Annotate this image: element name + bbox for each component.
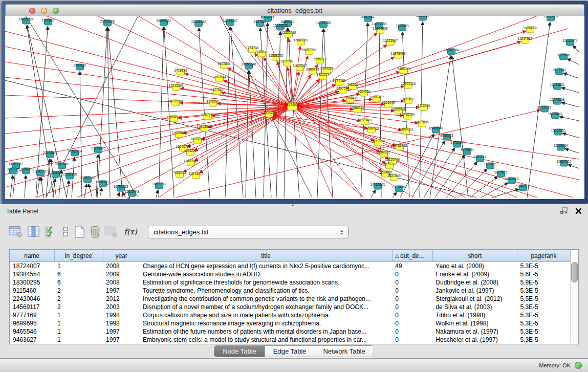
graph-edge[interactable] xyxy=(159,27,164,198)
graph-edge[interactable] xyxy=(481,183,508,198)
table-row[interactable]: 1830029562008Estimation of significance … xyxy=(10,278,571,287)
cell-year[interactable]: 1997 xyxy=(103,287,140,295)
graph-edge[interactable] xyxy=(13,170,15,198)
cell-name[interactable]: 19384554 xyxy=(10,270,54,278)
table-row[interactable]: 911546021997Tourette syndrome. Phenomeno… xyxy=(10,287,571,295)
cell-in_degree[interactable]: 1 xyxy=(54,327,103,336)
cell-year[interactable]: 1997 xyxy=(103,336,140,344)
cell-in_degree[interactable]: 2 xyxy=(54,287,103,295)
cell-in_degree[interactable]: 6 xyxy=(54,278,103,287)
table-row[interactable]: 977716911998Corpus callosum shape and si… xyxy=(10,311,571,319)
graph-edge[interactable] xyxy=(25,176,26,198)
cell-title[interactable]: Estimation of the future numbers of pati… xyxy=(140,327,392,336)
graph-edge[interactable] xyxy=(89,184,92,198)
graph-edge[interactable] xyxy=(97,28,107,198)
cell-name[interactable]: 18300295 xyxy=(10,278,54,287)
graph-edge[interactable] xyxy=(292,47,300,106)
cell-out_degree[interactable]: 0 xyxy=(392,303,432,311)
cell-in_degree[interactable]: 6 xyxy=(54,270,103,278)
table-row[interactable]: 1456911722003Disruption of a novel membe… xyxy=(10,303,571,311)
graph-edge[interactable] xyxy=(41,178,43,198)
graph-edge[interactable] xyxy=(412,141,445,198)
select-columns-button[interactable] xyxy=(43,224,58,240)
column-header-title[interactable]: title xyxy=(140,250,392,262)
tab-network-table[interactable]: Network Table xyxy=(315,346,374,357)
graph-edge[interactable] xyxy=(289,39,292,106)
table-row[interactable]: 946554611997Estimation of the future num… xyxy=(10,327,571,336)
graph-edge[interactable] xyxy=(100,188,102,198)
graph-edge[interactable] xyxy=(560,117,579,121)
cell-title[interactable]: Disruption of a novel member of a sodium… xyxy=(140,303,392,311)
graph-edge[interactable] xyxy=(317,29,323,198)
graph-edge[interactable] xyxy=(284,28,288,198)
column-header-pagerank[interactable]: pagerank xyxy=(517,250,570,262)
graph-edge[interactable] xyxy=(277,62,292,106)
cell-out_degree[interactable]: 0 xyxy=(392,327,432,336)
cell-name[interactable]: 9115460 xyxy=(10,287,54,295)
network-window-titlebar[interactable]: citations_edges.txt xyxy=(5,4,584,16)
table-row[interactable]: 946362711997Embryonic stem cells: a mode… xyxy=(10,336,571,344)
cell-in_degree[interactable]: 2 xyxy=(54,303,103,311)
cell-year[interactable]: 2009 xyxy=(103,270,140,278)
cell-year[interactable]: 2008 xyxy=(103,262,140,271)
new-column-button[interactable] xyxy=(72,224,87,240)
cell-pagerank[interactable]: 5.3E-5 xyxy=(517,311,570,319)
cell-name[interactable]: 9463627 xyxy=(10,336,54,344)
cell-pagerank[interactable]: 5.5E-5 xyxy=(517,295,570,303)
cell-short[interactable]: Wolkin et al. (1998) xyxy=(432,319,517,327)
graph-edge[interactable] xyxy=(5,106,292,187)
graph-edge[interactable] xyxy=(10,176,13,198)
graph-edge[interactable] xyxy=(452,56,468,198)
cell-short[interactable]: Dudbridge et al. (2008) xyxy=(432,278,517,287)
function-builder-button[interactable]: f(x) xyxy=(123,224,138,240)
graph-edge[interactable] xyxy=(67,181,69,198)
graph-edge[interactable] xyxy=(458,169,487,198)
table-row[interactable]: 2242004622012Investigating the contribut… xyxy=(10,295,571,303)
network-window[interactable]: citations_edges.txt 16154808122139671097… xyxy=(2,1,588,204)
graph-edge[interactable] xyxy=(565,149,579,153)
graph-edge[interactable] xyxy=(569,165,579,168)
graph-edge[interactable] xyxy=(84,184,86,198)
cell-year[interactable]: 2003 xyxy=(103,303,140,311)
graph-edge[interactable] xyxy=(446,162,477,198)
cell-title[interactable]: Corpus callosum shape and size in male p… xyxy=(140,311,392,319)
column-header-short[interactable]: short xyxy=(432,250,517,262)
cell-title[interactable]: Tourette syndrome. Phenomenology and cla… xyxy=(140,287,392,295)
cell-in_degree[interactable]: 1 xyxy=(54,336,103,344)
cell-in_degree[interactable]: 1 xyxy=(54,311,103,319)
cell-in_degree[interactable]: 1 xyxy=(54,319,103,327)
cell-title[interactable]: Investigating the contribution of common… xyxy=(140,295,392,303)
graph-edge[interactable] xyxy=(564,73,579,78)
cell-short[interactable]: Franke et al. (2009) xyxy=(432,270,517,278)
cell-short[interactable]: Nakamura et al. (1997) xyxy=(432,327,517,336)
graph-edge[interactable] xyxy=(568,59,579,64)
tab-edge-table[interactable]: Edge Table xyxy=(265,346,315,357)
cell-short[interactable]: de Silva et al. (2003) xyxy=(432,303,517,311)
cell-out_degree[interactable]: 0 xyxy=(392,336,432,344)
graph-edge[interactable] xyxy=(5,106,292,149)
table-vertical-scrollbar[interactable] xyxy=(570,261,578,343)
cell-out_degree[interactable]: 0 xyxy=(392,319,432,327)
table-row[interactable]: 1938455462009Genome-wide association stu… xyxy=(10,270,571,278)
cell-pagerank[interactable]: 5.3E-5 xyxy=(517,303,570,311)
cell-year[interactable]: 1997 xyxy=(103,327,140,336)
table-source-select[interactable]: citations_edges.txt ▲ ▼ xyxy=(148,226,349,238)
cell-pagerank[interactable]: 5.3E-5 xyxy=(517,262,570,271)
cell-name[interactable]: 18724007 xyxy=(10,262,54,271)
node-table-grid[interactable]: namein_degreeyeartitle△out_de...shortpag… xyxy=(10,250,571,344)
table-row[interactable]: 969969511998Structural magnetic resonanc… xyxy=(10,319,571,327)
cell-pagerank[interactable]: 5.6E-5 xyxy=(517,270,570,278)
cell-pagerank[interactable]: 5.3E-5 xyxy=(517,287,570,295)
graph-edge[interactable] xyxy=(5,106,292,134)
cell-out_degree[interactable]: 0 xyxy=(392,270,432,278)
cell-out_degree[interactable]: 0 xyxy=(392,295,432,303)
cell-name[interactable]: 22420046 xyxy=(10,295,54,303)
table-header-row[interactable]: namein_degreeyeartitle△out_de...shortpag… xyxy=(10,250,571,262)
cell-title[interactable]: Changes of HCN gene expression and I(f) … xyxy=(140,262,392,271)
graph-edge[interactable] xyxy=(371,190,375,198)
column-header-year[interactable]: year xyxy=(103,250,140,262)
cell-name[interactable]: 9465546 xyxy=(10,327,54,336)
column-header-name[interactable]: name xyxy=(10,250,54,262)
graph-edge[interactable] xyxy=(361,23,368,198)
graph-edge[interactable] xyxy=(292,106,517,198)
